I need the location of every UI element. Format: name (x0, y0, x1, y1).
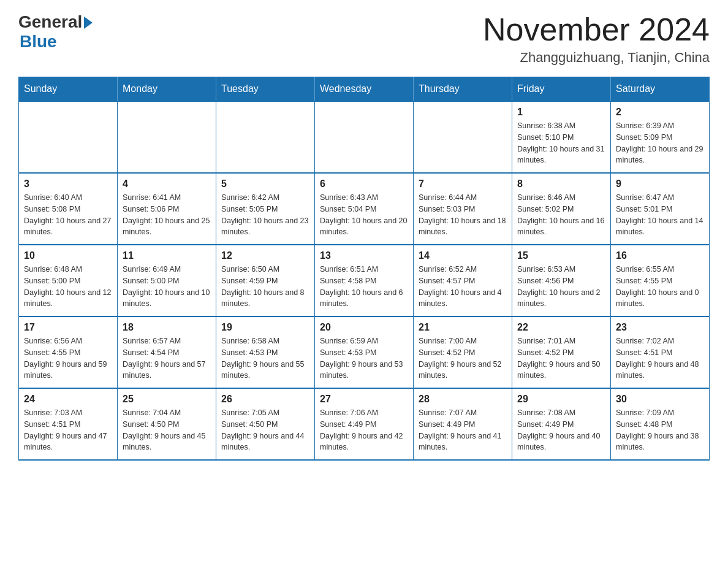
calendar-cell: 13Sunrise: 6:51 AMSunset: 4:58 PMDayligh… (315, 245, 414, 316)
week-row-3: 10Sunrise: 6:48 AMSunset: 5:00 PMDayligh… (19, 245, 710, 316)
day-number: 27 (320, 394, 408, 405)
day-info: Sunrise: 6:57 AMSunset: 4:54 PMDaylight:… (123, 335, 211, 381)
calendar-cell (315, 101, 414, 173)
day-number: 12 (221, 250, 309, 261)
day-info: Sunrise: 6:46 AMSunset: 5:02 PMDaylight:… (517, 192, 605, 238)
month-title: November 2024 (483, 12, 710, 47)
weekday-header-sunday: Sunday (19, 77, 118, 102)
day-number: 5 (221, 178, 309, 190)
day-number: 25 (123, 394, 211, 405)
calendar-cell: 25Sunrise: 7:04 AMSunset: 4:50 PMDayligh… (118, 388, 216, 460)
calendar-cell: 23Sunrise: 7:02 AMSunset: 4:51 PMDayligh… (611, 316, 710, 388)
weekday-header-saturday: Saturday (611, 77, 710, 102)
calendar-cell: 12Sunrise: 6:50 AMSunset: 4:59 PMDayligh… (216, 245, 315, 316)
day-number: 20 (320, 322, 408, 333)
calendar-cell: 16Sunrise: 6:55 AMSunset: 4:55 PMDayligh… (611, 245, 710, 316)
calendar-cell: 7Sunrise: 6:44 AMSunset: 5:03 PMDaylight… (414, 173, 512, 245)
day-number: 24 (24, 394, 112, 405)
day-number: 29 (517, 394, 605, 405)
weekday-header-friday: Friday (512, 77, 611, 102)
day-number: 28 (419, 394, 507, 405)
day-info: Sunrise: 6:55 AMSunset: 4:55 PMDaylight:… (616, 264, 704, 310)
day-info: Sunrise: 7:05 AMSunset: 4:50 PMDaylight:… (221, 407, 309, 453)
day-number: 15 (517, 250, 605, 261)
calendar-cell: 24Sunrise: 7:03 AMSunset: 4:51 PMDayligh… (19, 388, 118, 460)
day-info: Sunrise: 6:43 AMSunset: 5:04 PMDaylight:… (320, 192, 408, 238)
day-number: 7 (419, 178, 507, 190)
day-info: Sunrise: 6:38 AMSunset: 5:10 PMDaylight:… (517, 120, 605, 166)
calendar-cell: 11Sunrise: 6:49 AMSunset: 5:00 PMDayligh… (118, 245, 216, 316)
day-number: 1 (517, 107, 605, 118)
day-number: 30 (616, 394, 704, 405)
day-info: Sunrise: 6:50 AMSunset: 4:59 PMDaylight:… (221, 264, 309, 310)
day-info: Sunrise: 6:47 AMSunset: 5:01 PMDaylight:… (616, 192, 704, 238)
logo-general: General (18, 12, 82, 32)
day-info: Sunrise: 6:48 AMSunset: 5:00 PMDaylight:… (24, 264, 112, 310)
logo: General Blue (18, 12, 93, 52)
calendar-cell: 22Sunrise: 7:01 AMSunset: 4:52 PMDayligh… (512, 316, 611, 388)
calendar-cell: 17Sunrise: 6:56 AMSunset: 4:55 PMDayligh… (19, 316, 118, 388)
page-header: General Blue November 2024 Zhangguizhuan… (18, 12, 710, 66)
calendar-cell: 20Sunrise: 6:59 AMSunset: 4:53 PMDayligh… (315, 316, 414, 388)
week-row-5: 24Sunrise: 7:03 AMSunset: 4:51 PMDayligh… (19, 388, 710, 460)
calendar-cell: 21Sunrise: 7:00 AMSunset: 4:52 PMDayligh… (414, 316, 512, 388)
calendar-cell: 8Sunrise: 6:46 AMSunset: 5:02 PMDaylight… (512, 173, 611, 245)
calendar-cell: 10Sunrise: 6:48 AMSunset: 5:00 PMDayligh… (19, 245, 118, 316)
calendar-cell: 15Sunrise: 6:53 AMSunset: 4:56 PMDayligh… (512, 245, 611, 316)
day-info: Sunrise: 7:04 AMSunset: 4:50 PMDaylight:… (123, 407, 211, 453)
day-info: Sunrise: 6:41 AMSunset: 5:06 PMDaylight:… (123, 192, 211, 238)
day-number: 14 (419, 250, 507, 261)
day-info: Sunrise: 6:51 AMSunset: 4:58 PMDaylight:… (320, 264, 408, 310)
calendar-cell: 29Sunrise: 7:08 AMSunset: 4:49 PMDayligh… (512, 388, 611, 460)
day-info: Sunrise: 6:44 AMSunset: 5:03 PMDaylight:… (419, 192, 507, 238)
calendar-cell (216, 101, 315, 173)
day-info: Sunrise: 7:09 AMSunset: 4:48 PMDaylight:… (616, 407, 704, 453)
weekday-header-row: SundayMondayTuesdayWednesdayThursdayFrid… (19, 77, 710, 102)
day-number: 4 (123, 178, 211, 190)
day-info: Sunrise: 6:56 AMSunset: 4:55 PMDaylight:… (24, 335, 112, 381)
day-info: Sunrise: 6:53 AMSunset: 4:56 PMDaylight:… (517, 264, 605, 310)
day-info: Sunrise: 6:49 AMSunset: 5:00 PMDaylight:… (123, 264, 211, 310)
day-info: Sunrise: 7:06 AMSunset: 4:49 PMDaylight:… (320, 407, 408, 453)
calendar-cell: 3Sunrise: 6:40 AMSunset: 5:08 PMDaylight… (19, 173, 118, 245)
calendar-cell: 5Sunrise: 6:42 AMSunset: 5:05 PMDaylight… (216, 173, 315, 245)
day-number: 6 (320, 178, 408, 190)
day-number: 16 (616, 250, 704, 261)
day-info: Sunrise: 6:59 AMSunset: 4:53 PMDaylight:… (320, 335, 408, 381)
calendar-cell: 26Sunrise: 7:05 AMSunset: 4:50 PMDayligh… (216, 388, 315, 460)
day-info: Sunrise: 7:07 AMSunset: 4:49 PMDaylight:… (419, 407, 507, 453)
day-info: Sunrise: 7:08 AMSunset: 4:49 PMDaylight:… (517, 407, 605, 453)
week-row-4: 17Sunrise: 6:56 AMSunset: 4:55 PMDayligh… (19, 316, 710, 388)
calendar-cell: 14Sunrise: 6:52 AMSunset: 4:57 PMDayligh… (414, 245, 512, 316)
day-number: 23 (616, 322, 704, 333)
day-number: 22 (517, 322, 605, 333)
calendar-cell: 6Sunrise: 6:43 AMSunset: 5:04 PMDaylight… (315, 173, 414, 245)
logo-blue: Blue (20, 32, 57, 52)
day-number: 2 (616, 107, 704, 118)
day-info: Sunrise: 6:39 AMSunset: 5:09 PMDaylight:… (616, 120, 704, 166)
day-info: Sunrise: 6:42 AMSunset: 5:05 PMDaylight:… (221, 192, 309, 238)
weekday-header-tuesday: Tuesday (216, 77, 315, 102)
calendar-cell (118, 101, 216, 173)
weekday-header-thursday: Thursday (414, 77, 512, 102)
calendar-cell (19, 101, 118, 173)
day-number: 21 (419, 322, 507, 333)
week-row-1: 1Sunrise: 6:38 AMSunset: 5:10 PMDaylight… (19, 101, 710, 173)
day-number: 11 (123, 250, 211, 261)
day-number: 3 (24, 178, 112, 190)
day-number: 26 (221, 394, 309, 405)
day-info: Sunrise: 6:58 AMSunset: 4:53 PMDaylight:… (221, 335, 309, 381)
day-number: 8 (517, 178, 605, 190)
day-info: Sunrise: 6:40 AMSunset: 5:08 PMDaylight:… (24, 192, 112, 238)
calendar-cell: 19Sunrise: 6:58 AMSunset: 4:53 PMDayligh… (216, 316, 315, 388)
day-number: 19 (221, 322, 309, 333)
logo-arrow-icon (84, 17, 93, 29)
calendar-cell: 30Sunrise: 7:09 AMSunset: 4:48 PMDayligh… (611, 388, 710, 460)
calendar-cell: 28Sunrise: 7:07 AMSunset: 4:49 PMDayligh… (414, 388, 512, 460)
calendar-cell: 1Sunrise: 6:38 AMSunset: 5:10 PMDaylight… (512, 101, 611, 173)
day-info: Sunrise: 6:52 AMSunset: 4:57 PMDaylight:… (419, 264, 507, 310)
day-number: 13 (320, 250, 408, 261)
location-title: Zhangguizhuang, Tianjin, China (483, 50, 710, 66)
calendar-cell: 2Sunrise: 6:39 AMSunset: 5:09 PMDaylight… (611, 101, 710, 173)
calendar-cell: 27Sunrise: 7:06 AMSunset: 4:49 PMDayligh… (315, 388, 414, 460)
